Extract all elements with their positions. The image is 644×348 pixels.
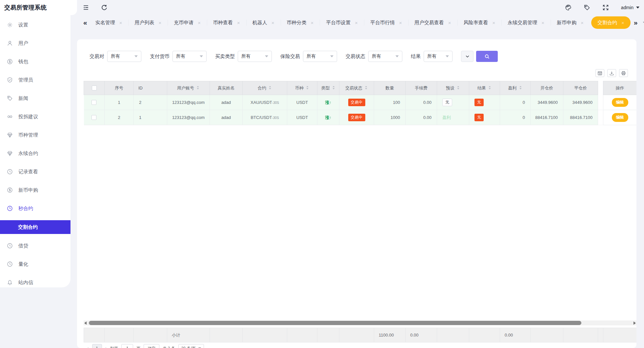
column-header-id[interactable]: ID: [134, 81, 167, 95]
next-page-button[interactable]: ›: [105, 345, 107, 348]
tab-real-name[interactable]: 实名管理×: [89, 16, 129, 29]
sidebar-item-perpetual-contract[interactable]: 永续合约: [0, 144, 70, 163]
page-size-select[interactable]: 20 条/页: [178, 344, 204, 348]
sidebar-item-wallet[interactable]: 钱包: [0, 52, 70, 71]
tab-robot[interactable]: 机器人×: [246, 16, 281, 29]
sidebar-item-news[interactable]: 新闻: [0, 89, 70, 107]
select-all-checkbox[interactable]: [92, 86, 97, 90]
confirm-button[interactable]: 确定: [144, 344, 159, 348]
tab-delivery-contract[interactable]: 交割合约×: [591, 16, 631, 29]
sort-icon[interactable]: [196, 85, 200, 90]
scrollbar-thumb[interactable]: [89, 321, 581, 325]
filter-select-result[interactable]: 所有: [424, 51, 453, 62]
sidebar-item-coin-manage[interactable]: 币种管理: [0, 126, 70, 144]
edit-button[interactable]: 编辑: [612, 98, 628, 107]
horizontal-scrollbar[interactable]: [84, 320, 636, 325]
sort-icon[interactable]: [456, 85, 460, 90]
filter-expand-button[interactable]: [461, 51, 473, 62]
column-header-account[interactable]: 用户账号: [167, 81, 210, 95]
tab-coin-view[interactable]: 币种查看×: [207, 16, 246, 29]
sort-icon[interactable]: [306, 85, 309, 90]
column-header-fee[interactable]: 手续费: [406, 81, 437, 95]
sidebar-item-feedback[interactable]: 投拆建议: [0, 107, 70, 126]
column-header-profit[interactable]: 盈利: [500, 81, 531, 95]
filter-select-insurance[interactable]: 所有: [303, 51, 337, 62]
tab-close-icon[interactable]: ×: [399, 20, 402, 26]
sidebar-item-new-coin[interactable]: 新币申购: [0, 181, 70, 199]
column-header-open[interactable]: 开仓价: [531, 81, 563, 95]
filter-select-trade-type[interactable]: 所有: [238, 51, 272, 62]
tabs-scroll-right[interactable]: »: [632, 19, 640, 27]
theme-palette-icon[interactable]: [565, 4, 572, 11]
filter-select-trade-status[interactable]: 所有: [368, 51, 402, 62]
column-header-result[interactable]: 结果: [469, 81, 500, 95]
tab-close-icon[interactable]: ×: [311, 20, 314, 26]
scroll-right-arrow-icon[interactable]: [634, 321, 636, 325]
column-header-seq[interactable]: 序号: [105, 81, 134, 95]
sidebar-item-loan[interactable]: 借贷: [0, 237, 70, 255]
column-header-qty[interactable]: 数量: [374, 81, 406, 95]
tab-close-icon[interactable]: ×: [621, 20, 624, 26]
filter-select-pair[interactable]: 所有: [107, 51, 141, 62]
sidebar-item-settings[interactable]: 设置: [0, 16, 70, 34]
edit-button[interactable]: 编辑: [612, 113, 628, 122]
column-header-contract[interactable]: 合约: [243, 81, 287, 95]
tab-risk-rate-view[interactable]: 风险率查看×: [457, 16, 502, 29]
tab-platform-coin-settings[interactable]: 平台币设置×: [320, 16, 364, 29]
tabs-more-icon[interactable]: [642, 20, 644, 25]
tab-close-icon[interactable]: ×: [493, 20, 495, 26]
tab-perpetual-trade-manage[interactable]: 永续交易管理×: [501, 16, 551, 29]
tab-user-trade-view[interactable]: 用户交易查看×: [408, 16, 457, 29]
tab-coin-category[interactable]: 币种分类×: [281, 16, 320, 29]
sidebar-item-admins[interactable]: 管理员: [0, 71, 70, 89]
sidebar-item-site-mail[interactable]: 站内信: [0, 273, 70, 292]
sort-icon[interactable]: [268, 85, 272, 90]
tag-icon[interactable]: [584, 4, 590, 11]
select-all-header[interactable]: [84, 81, 105, 95]
columns-button[interactable]: [595, 69, 604, 77]
column-header-name[interactable]: 真实姓名: [210, 81, 243, 95]
tab-close-icon[interactable]: ×: [581, 20, 584, 26]
tab-platform-coin-market[interactable]: 平台币行情×: [364, 16, 408, 29]
tab-close-icon[interactable]: ×: [119, 20, 122, 26]
print-button[interactable]: [619, 69, 628, 77]
column-header-status[interactable]: 交易状态: [339, 81, 374, 95]
tab-user-list[interactable]: 用户列表×: [128, 16, 168, 29]
tab-close-icon[interactable]: ×: [355, 20, 358, 26]
sort-icon[interactable]: [519, 85, 522, 90]
column-header-close[interactable]: 平仓价: [563, 81, 598, 95]
row-checkbox[interactable]: [91, 115, 96, 120]
export-button[interactable]: [607, 69, 616, 77]
refresh-icon[interactable]: [101, 4, 108, 11]
column-header-type[interactable]: 类型: [317, 81, 339, 95]
current-page-button[interactable]: 1: [92, 344, 102, 348]
column-header-preset[interactable]: 预设: [437, 81, 469, 95]
sort-icon[interactable]: [332, 85, 335, 90]
sidebar-item-quant[interactable]: 量化: [0, 255, 70, 273]
tab-deposit-request[interactable]: 充币申请×: [168, 16, 207, 29]
tab-close-icon[interactable]: ×: [448, 20, 451, 26]
row-checkbox[interactable]: [91, 100, 96, 105]
sidebar-item-seconds-contract[interactable]: 秒合约: [0, 199, 70, 218]
tab-close-icon[interactable]: ×: [272, 20, 274, 26]
tab-close-icon[interactable]: ×: [158, 20, 161, 26]
sidebar-subitem-delivery-contract[interactable]: 交割合约: [0, 220, 70, 234]
sidebar-item-records[interactable]: 记录查看: [0, 163, 70, 181]
column-header-action[interactable]: 操作: [603, 81, 637, 95]
filter-select-pay-currency[interactable]: 所有: [172, 51, 207, 62]
tab-close-icon[interactable]: ×: [237, 20, 240, 26]
scroll-left-arrow-icon[interactable]: [84, 321, 87, 325]
tabs-scroll-left[interactable]: «: [81, 19, 89, 27]
tab-new-coin-subscribe[interactable]: 新币申购×: [551, 16, 590, 29]
search-button[interactable]: [476, 51, 498, 62]
sort-icon[interactable]: [488, 85, 492, 90]
page-jump-input[interactable]: [121, 344, 133, 348]
sort-icon[interactable]: [364, 85, 368, 90]
fullscreen-icon[interactable]: [602, 4, 609, 11]
sidebar-item-users[interactable]: 用户: [0, 34, 70, 52]
menu-fold-icon[interactable]: [83, 4, 89, 11]
tab-close-icon[interactable]: ×: [541, 20, 544, 26]
tab-close-icon[interactable]: ×: [198, 20, 201, 26]
column-header-coin[interactable]: 币种: [287, 81, 317, 95]
prev-page-button[interactable]: ‹: [87, 345, 89, 348]
